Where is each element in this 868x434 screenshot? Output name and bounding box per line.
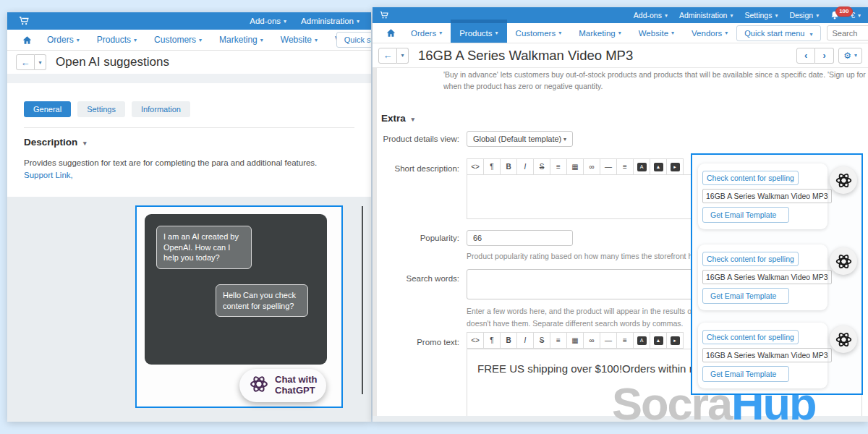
back-button-group: ← ▾ <box>378 48 409 64</box>
menu-administration[interactable]: Administration▾ <box>301 17 359 25</box>
toolbar-horizontal-rule-icon[interactable]: — <box>600 158 617 175</box>
chat-bubble-ai: I am an AI created by OpenAI. How can I … <box>156 226 252 269</box>
menu-label: Administration <box>679 11 728 20</box>
toolbar-font-color-icon[interactable]: A <box>633 158 650 175</box>
topbar-right-group: Add-ons▾Administration▾Settings▾Design▾ … <box>634 11 861 20</box>
toolbar-italic-icon[interactable]: I <box>516 332 534 349</box>
menu-add-ons[interactable]: Add-ons▾ <box>634 11 668 20</box>
next-product-button[interactable]: › <box>815 48 834 64</box>
toolbar-video-icon[interactable]: ▸ <box>666 158 684 175</box>
back-dropdown-button[interactable]: ▾ <box>35 54 46 70</box>
toolbar-strikethrough-icon[interactable]: S <box>533 158 550 175</box>
italic-icon: I <box>524 336 527 344</box>
toolbar-align-icon[interactable]: ≡ <box>616 158 634 175</box>
nav-item-vendors[interactable]: Vendors▾ <box>683 23 736 43</box>
table-icon: ▦ <box>571 336 578 344</box>
cart-icon[interactable] <box>19 16 29 26</box>
toolbar-link-icon[interactable]: ∞ <box>583 158 600 175</box>
nav-item-marketing[interactable]: Marketing▾ <box>570 23 630 43</box>
menu-design[interactable]: Design▾ <box>789 11 819 20</box>
nav-item-products[interactable]: Products▾ <box>88 30 145 50</box>
quick-start-menu-button[interactable]: Quick start menu ▾ <box>336 32 371 48</box>
product-details-view-select[interactable]: Global (Default template) ▾ <box>467 131 573 147</box>
toolbar-bold-icon[interactable]: B <box>500 158 517 175</box>
get-email-template-button[interactable]: Get Email Template <box>702 207 789 223</box>
back-dropdown-button[interactable]: ▾ <box>397 48 409 64</box>
chat-button-label: Chat with ChatGPT <box>275 375 318 396</box>
toolbar-horizontal-rule-icon[interactable]: — <box>600 332 617 349</box>
toolbar-video-icon[interactable]: ▸ <box>666 332 684 349</box>
gear-menu-button[interactable]: ⚙ ▾ <box>838 48 862 64</box>
cart-icon[interactable] <box>380 11 388 20</box>
notifications-button[interactable]: 100 <box>830 11 839 20</box>
search-input[interactable] <box>827 25 868 41</box>
chat-with-chatgpt-button[interactable]: Chat with ChatGPT <box>239 369 326 402</box>
link-icon: ∞ <box>589 163 594 171</box>
toolbar-image-icon[interactable]: ▲ <box>650 158 667 175</box>
tab-settings[interactable]: Settings <box>77 101 125 117</box>
italic-icon: I <box>524 163 527 171</box>
toolbar-list-icon[interactable]: ≡ <box>550 158 567 175</box>
nav-item-website[interactable]: Website▾ <box>272 30 326 50</box>
font-color-icon: A <box>637 163 647 171</box>
toolbar-italic-icon[interactable]: I <box>516 158 534 175</box>
align-icon: ≡ <box>623 336 627 344</box>
nav-label: Products <box>97 35 131 45</box>
title-actions: ‹ › ⚙ ▾ <box>796 48 862 64</box>
nav-item-orders[interactable]: Orders▾ <box>38 30 88 50</box>
toolbar-image-icon[interactable]: ▲ <box>650 332 667 349</box>
chat-window: I am an AI created by OpenAI. How can I … <box>145 214 327 365</box>
menu-label: Add-ons <box>634 11 662 20</box>
toolbar-font-color-icon[interactable]: A <box>633 332 650 349</box>
menu-add-ons[interactable]: Add-ons▾ <box>250 17 286 25</box>
product-name-box: 16GB A Series Walkman Video MP3 <box>702 189 832 203</box>
notification-badge: 100 <box>835 7 852 17</box>
table-icon: ▦ <box>571 163 578 171</box>
get-email-template-button[interactable]: Get Email Template <box>702 288 789 304</box>
get-email-template-button[interactable]: Get Email Template <box>702 366 789 382</box>
nav-item-customers[interactable]: Customers▾ <box>507 23 571 43</box>
toolbar-align-icon[interactable]: ≡ <box>616 332 634 349</box>
tab-information[interactable]: Information <box>132 101 190 117</box>
toolbar-link-icon[interactable]: ∞ <box>583 332 600 349</box>
menu-label: Settings <box>744 11 772 20</box>
short-description-editor[interactable] <box>467 174 699 219</box>
home-icon[interactable] <box>16 30 38 50</box>
nav-item-customers[interactable]: Customers▾ <box>145 30 210 50</box>
nav-item-website[interactable]: Website▾ <box>630 23 683 43</box>
home-icon[interactable] <box>380 23 402 43</box>
toolbar-paragraph-icon[interactable]: ¶ <box>483 158 501 175</box>
menu-administration[interactable]: Administration▾ <box>679 11 733 20</box>
quick-start-menu-button[interactable]: Quick start menu ▾ <box>736 25 820 41</box>
chevron-down-icon[interactable]: ▾ <box>83 140 87 147</box>
toolbar-strikethrough-icon[interactable]: S <box>533 332 550 349</box>
toolbar-paragraph-icon[interactable]: ¶ <box>483 332 501 349</box>
toolbar-code-icon[interactable]: <> <box>467 158 484 175</box>
toolbar-code-icon[interactable]: <> <box>467 332 484 349</box>
quick-start-label: Quick start menu <box>744 29 804 38</box>
previous-product-button[interactable]: ‹ <box>796 48 815 64</box>
menu-settings[interactable]: Settings▾ <box>744 11 778 20</box>
chevron-down-icon: ▾ <box>77 37 80 43</box>
nav-label: Vendors <box>692 29 722 38</box>
nav-item-marketing[interactable]: Marketing▾ <box>210 30 272 50</box>
toolbar-table-icon[interactable]: ▦ <box>566 332 584 349</box>
back-button[interactable]: ← <box>378 48 397 64</box>
check-spelling-button[interactable]: Check content for spelling <box>702 330 799 344</box>
check-spelling-button[interactable]: Check content for spelling <box>702 252 799 266</box>
nav-item-orders[interactable]: Orders▾ <box>402 23 451 43</box>
topbar-menus: Add-ons▾Administration▾ <box>250 17 359 25</box>
code-icon: <> <box>471 163 480 171</box>
back-button[interactable]: ← <box>16 54 35 70</box>
tab-general[interactable]: General <box>24 101 71 117</box>
chevron-down-icon: ▾ <box>618 30 621 36</box>
popularity-input[interactable] <box>467 230 573 246</box>
toolbar-table-icon[interactable]: ▦ <box>566 158 584 175</box>
chevron-down-icon[interactable]: ▾ <box>412 116 415 123</box>
nav-item-products[interactable]: Products▾ <box>451 23 506 43</box>
addon-detail-panel: GeneralSettingsInformation Description ▾… <box>7 83 371 197</box>
check-spelling-button[interactable]: Check content for spelling <box>702 171 799 185</box>
support-link[interactable]: Support Link, <box>24 171 73 179</box>
toolbar-list-icon[interactable]: ≡ <box>550 332 567 349</box>
toolbar-bold-icon[interactable]: B <box>500 332 517 349</box>
